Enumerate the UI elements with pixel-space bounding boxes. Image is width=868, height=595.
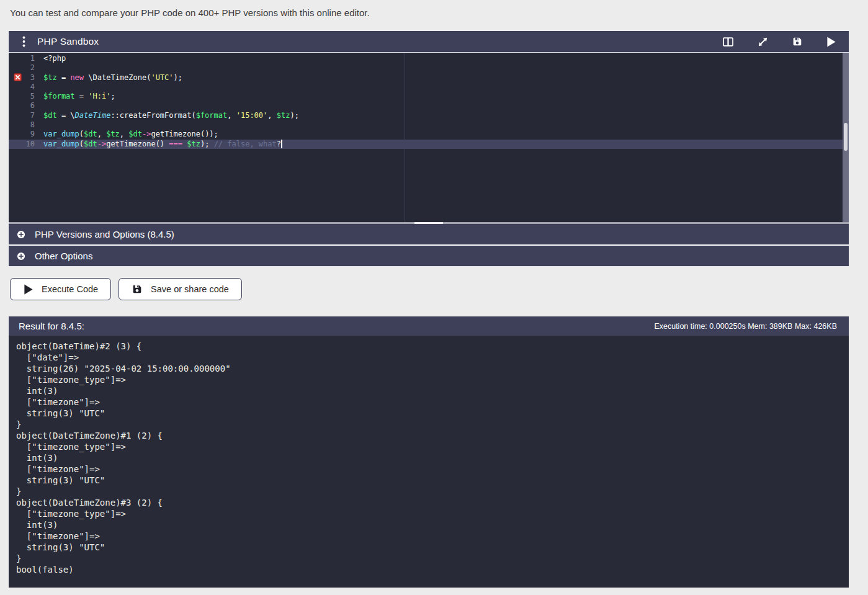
code-line-text: var_dump($dt->getTimezone() === $tz); //… bbox=[43, 140, 282, 149]
accordion-label: PHP Versions and Options (8.4.5) bbox=[35, 229, 174, 239]
save-icon[interactable] bbox=[792, 36, 803, 47]
editor-resize-bar bbox=[9, 222, 849, 224]
action-buttons: Execute CodeSave or share code bbox=[10, 278, 849, 300]
content-area: PHP Sandbox 1<?php23$tz = new \DateTimeZ… bbox=[9, 31, 849, 588]
editor-header-bar: PHP Sandbox bbox=[9, 31, 849, 52]
intro-text: You can test and compare your PHP code o… bbox=[0, 0, 868, 19]
accordion-php-versions-and-options-8-4-5[interactable]: PHP Versions and Options (8.4.5) bbox=[9, 224, 849, 244]
text-cursor bbox=[281, 140, 282, 148]
code-line-text: <?php bbox=[43, 54, 66, 63]
line-number: 3 bbox=[9, 73, 43, 83]
line-number: 10 bbox=[9, 140, 43, 149]
resize-grip[interactable] bbox=[414, 222, 443, 224]
code-editor[interactable]: 1<?php23$tz = new \DateTimeZone('UTC');4… bbox=[9, 52, 849, 222]
code-line-4[interactable]: 4 bbox=[9, 83, 849, 92]
code-line-text: var_dump($dt, $tz, $dt->getTimezone()); bbox=[43, 130, 218, 139]
save-icon bbox=[132, 284, 143, 295]
result-output: object(DateTime)#2 (3) { ["date"]=> stri… bbox=[9, 336, 849, 588]
code-line-text: $dt = \DateTime::createFromFormat($forma… bbox=[43, 111, 299, 120]
accordion-label: Other Options bbox=[35, 251, 92, 261]
button-label: Execute Code bbox=[42, 284, 98, 294]
execute-code-button[interactable]: Execute Code bbox=[10, 278, 111, 300]
line-number: 8 bbox=[9, 120, 43, 130]
button-label: Save or share code bbox=[151, 284, 229, 294]
code-line-8[interactable]: 8 bbox=[9, 120, 849, 130]
code-line-2[interactable]: 2 bbox=[9, 63, 849, 73]
code-line-6[interactable]: 6 bbox=[9, 101, 849, 110]
plus-circle-icon bbox=[16, 251, 26, 261]
code-line-3[interactable]: 3$tz = new \DateTimeZone('UTC'); bbox=[9, 73, 849, 83]
code-line-text: $format = 'H:i'; bbox=[43, 92, 115, 101]
run-icon bbox=[23, 284, 34, 295]
php-sandbox-panel: PHP Sandbox 1<?php23$tz = new \DateTimeZ… bbox=[9, 31, 849, 224]
result-panel: Result for 8.4.5: Execution time: 0.0002… bbox=[9, 316, 849, 588]
code-line-1[interactable]: 1<?php bbox=[9, 54, 849, 63]
line-number: 2 bbox=[9, 63, 43, 73]
editor-title: PHP Sandbox bbox=[37, 36, 99, 47]
line-number: 5 bbox=[9, 92, 43, 101]
line-number: 7 bbox=[9, 111, 43, 120]
plus-circle-icon bbox=[16, 230, 26, 239]
fullscreen-icon[interactable] bbox=[757, 36, 769, 48]
code-line-9[interactable]: 9var_dump($dt, $tz, $dt->getTimezone()); bbox=[9, 130, 849, 139]
run-icon[interactable] bbox=[826, 36, 836, 48]
result-header-bar: Result for 8.4.5: Execution time: 0.0002… bbox=[9, 316, 849, 336]
line-number: 9 bbox=[9, 130, 43, 139]
accordion-other-options[interactable]: Other Options bbox=[9, 246, 849, 266]
error-marker-icon[interactable] bbox=[14, 73, 22, 81]
split-view-icon[interactable] bbox=[722, 36, 734, 48]
result-title: Result for 8.4.5: bbox=[19, 321, 84, 331]
save-or-share-code-button[interactable]: Save or share code bbox=[119, 278, 242, 300]
line-number: 4 bbox=[9, 83, 43, 92]
options-accordions: PHP Versions and Options (8.4.5)Other Op… bbox=[9, 224, 849, 266]
code-line-10[interactable]: 10var_dump($dt->getTimezone() === $tz); … bbox=[9, 140, 849, 149]
execution-stats: Execution time: 0.000250s Mem: 389KB Max… bbox=[654, 322, 837, 331]
kebab-menu-icon[interactable] bbox=[22, 36, 25, 47]
code-line-5[interactable]: 5$format = 'H:i'; bbox=[9, 92, 849, 101]
code-line-text: $tz = new \DateTimeZone('UTC'); bbox=[43, 73, 182, 83]
line-number: 1 bbox=[9, 54, 43, 63]
code-lines: 1<?php23$tz = new \DateTimeZone('UTC');4… bbox=[9, 54, 849, 149]
editor-vertical-scrollbar[interactable] bbox=[843, 53, 849, 222]
line-number: 6 bbox=[9, 101, 43, 110]
code-line-7[interactable]: 7$dt = \DateTime::createFromFormat($form… bbox=[9, 111, 849, 120]
editor-toolbar bbox=[722, 36, 849, 48]
scrollbar-thumb[interactable] bbox=[844, 123, 848, 151]
